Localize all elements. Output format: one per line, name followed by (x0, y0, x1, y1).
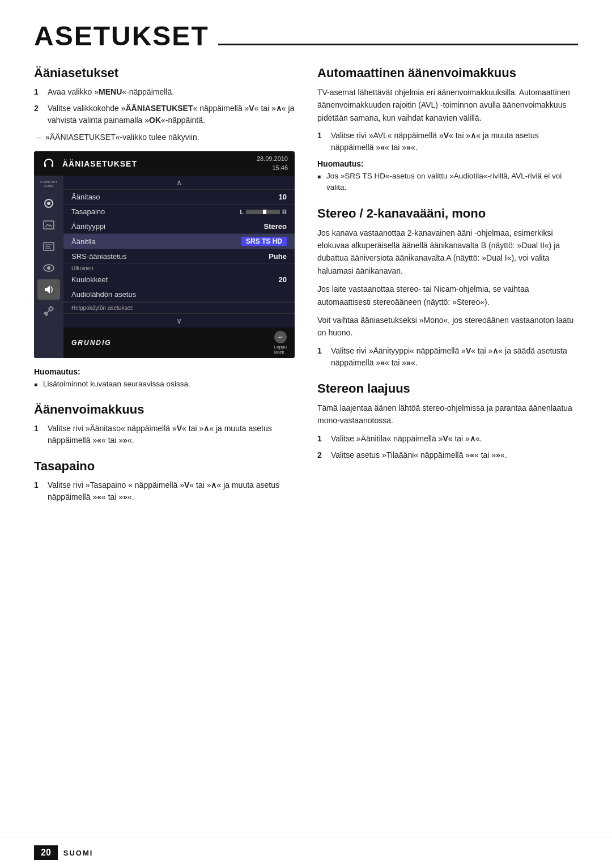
section-stereo: Stereo / 2-kanavaääni, mono Jos kanava v… (317, 206, 578, 369)
title-underline (218, 44, 578, 45)
huomautus-avl-title: Huomautus: (317, 159, 578, 168)
menu-title-area: ÄÄNIASETUKSET (41, 156, 137, 172)
section-tasapaino-title: Tasapaino (34, 459, 295, 474)
stereo-para-2: Jos laite vastaanottaa stereo- tai Nicam… (317, 283, 578, 308)
scroll-up-indicator: ∧ (63, 176, 295, 190)
aaniasetukset-steps: 1 Avaa valikko »MENU«-näppäimellä. 2 Val… (34, 86, 295, 126)
menu-row-kuulokkeet: Kuulokkeet 20 (63, 273, 295, 287)
section-tasapaino: Tasapaino 1 Valitse rivi »Tasapaino « nä… (34, 459, 295, 503)
svg-point-1 (47, 202, 50, 205)
sidebar-icon-eye (37, 258, 60, 278)
sidebar-icon-image (37, 215, 60, 235)
section-automaattinen: Automaattinen äänenvoimakkuus TV-asemat … (317, 66, 578, 194)
sidebar-icon-tools (37, 301, 60, 321)
headphones-icon (41, 156, 57, 172)
menu-top-bar: ÄÄNIASETUKSET 28.09.201015:46 (34, 151, 295, 176)
menu-datetime: 28.09.201015:46 (257, 155, 288, 172)
right-column: Automaattinen äänenvoimakkuus TV-asemat … (317, 66, 578, 516)
footer-language: SUOMI (63, 849, 94, 857)
scroll-down-indicator: ∨ (63, 313, 295, 327)
section-automaattinen-title: Automaattinen äänenvoimakkuus (317, 66, 578, 80)
huomautus-title: Huomautus: (34, 367, 295, 376)
menu-ulkoinen-label: Ulkoinen (63, 264, 295, 273)
comfort-guide-block: COMFORTGuIDE (40, 180, 57, 188)
list-item: 1 Valitse rivi »Tasapaino « näppäimellä … (34, 479, 295, 503)
page-number-box: 20 (34, 845, 58, 860)
menu-screenshot: ÄÄNIASETUKSET 28.09.201015:46 COMFORTGuI… (34, 151, 295, 358)
menu-content: ∧ Äänitaso 10 Tasapaino L (63, 176, 295, 358)
dash-note: »ÄÄNIASETUKSET«-valikko tulee näkyviin. (34, 131, 295, 143)
two-column-layout: Ääniasetukset 1 Avaa valikko »MENU«-näpp… (34, 66, 578, 516)
section-aanenvoimakkuus: Äänenvoimakkuus 1 Valitse rivi »Äänitaso… (34, 402, 295, 446)
section-aanenvoimakkuus-title: Äänenvoimakkuus (34, 402, 295, 417)
page-title: ASETUKSET (34, 23, 209, 50)
list-item: 1 Avaa valikko »MENU«-näppäimellä. (34, 86, 295, 98)
huomautus-avl-text: Jos »SRS TS HD«-asetus on valittu »Audio… (317, 171, 578, 194)
balance-track (246, 210, 280, 214)
list-item: 1 Valitse »Äänitila« näppäimellä »V« tai… (317, 433, 578, 445)
sidebar-icon-tv (37, 193, 60, 214)
svg-point-5 (47, 266, 50, 270)
menu-row-srs: SRS-ääniastetus Puhe (63, 249, 295, 264)
section-stereon-laajuus-title: Stereon laajuus (317, 381, 578, 396)
menu-row-aanitila: Äänitila SRS TS HD (63, 234, 295, 249)
sidebar-icon-sound (37, 279, 60, 300)
huomautus-text: Lisätoiminnot kuvataan seuraavissa osiss… (34, 378, 295, 390)
grundig-logo: GRUNDIG (71, 339, 112, 347)
balance-fill (263, 210, 266, 214)
stereon-laajuus-intro: Tämä laajentaa äänen lähtöä stereo-ohjel… (317, 402, 578, 427)
list-item: 2 Valitse valikkokohde »ÄÄNIASETUKSET« n… (34, 103, 295, 126)
svg-rect-2 (44, 221, 54, 229)
stereo-para-1: Jos kanava vastaanottaa 2-kanavainen ään… (317, 227, 578, 278)
comfort-guide-label: COMFORTGuIDE (40, 180, 57, 188)
back-button: ↩ LoppuBack (274, 331, 287, 355)
huomautus-lisatoiminnot: Huomautus: Lisätoiminnot kuvataan seuraa… (34, 367, 295, 390)
menu-title-text: ÄÄNIASETUKSET (62, 159, 137, 168)
menu-footer: GRUNDIG ↩ LoppuBack (63, 327, 295, 358)
back-label: LoppuBack (274, 344, 287, 355)
back-circle-icon: ↩ (274, 331, 287, 343)
balance-bar: L R (240, 209, 287, 215)
section-stereo-title: Stereo / 2-kanavaääni, mono (317, 206, 578, 221)
automaattinen-intro: TV-asemat lähettävät ohjelmia eri äänenv… (317, 86, 578, 124)
section-aaniasetukset-title: Ääniasetukset (34, 66, 295, 80)
huomautus-avl: Huomautus: Jos »SRS TS HD«-asetus on val… (317, 159, 578, 194)
stereo-para-3: Voit vaihtaa ääniasetukseksi »Mono«, jos… (317, 314, 578, 339)
menu-body: COMFORTGuIDE (34, 176, 295, 358)
list-item: 2 Valitse asetus »Tilaääni« näppäimellä … (317, 449, 578, 461)
list-item: 1 Valitse rivi »AVL« näppäimellä »V« tai… (317, 130, 578, 154)
sidebar-icon-letter (37, 236, 60, 257)
menu-row-audiolahdön: Audiolähdön asetus (63, 287, 295, 302)
menu-sidebar: COMFORTGuIDE (34, 176, 63, 358)
menu-row-aanityyppi: Äänityyppi Stereo (63, 219, 295, 234)
menu-row-aanitaso: Äänitaso 10 (63, 190, 295, 205)
list-item: 1 Valitse rivi »Äänityyppi« näppäimellä … (317, 345, 578, 369)
section-aaniasetukset: Ääniasetukset 1 Avaa valikko »MENU«-näpp… (34, 66, 295, 390)
left-column: Ääniasetukset 1 Avaa valikko »MENU«-näpp… (34, 66, 295, 516)
page-title-block: ASETUKSET (34, 23, 578, 50)
section-stereon-laajuus: Stereon laajuus Tämä laajentaa äänen läh… (317, 381, 578, 461)
menu-helppo-label: Helppokäytön asetukset: (63, 302, 295, 313)
page-footer: 20 SUOMI (0, 837, 612, 868)
list-item: 1 Valitse rivi »Äänitaso« näppäimellä »V… (34, 423, 295, 446)
menu-row-tasapaino: Tasapaino L R (63, 205, 295, 219)
